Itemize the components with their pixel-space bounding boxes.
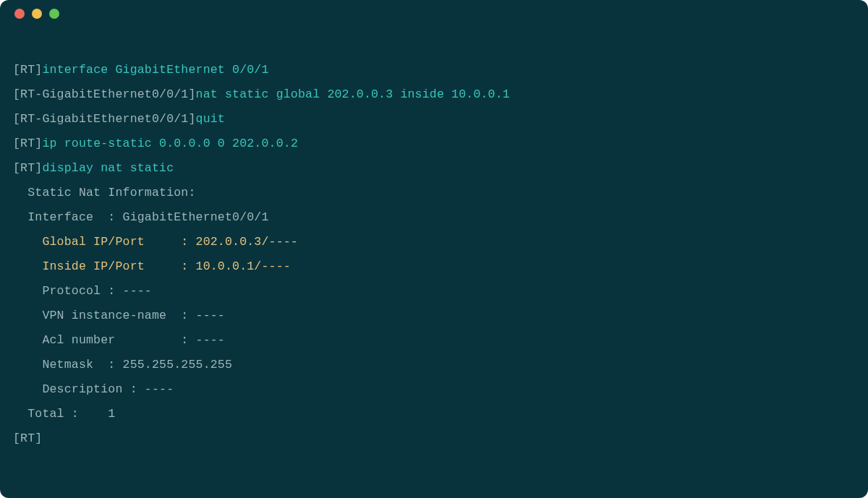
terminal-line: Global IP/Port : 202.0.0.3/---- — [13, 230, 855, 254]
terminal-line: Netmask : 255.255.255.255 — [13, 353, 855, 377]
terminal-line: Static Nat Information: — [13, 181, 855, 205]
terminal-line: Inside IP/Port : 10.0.0.1/---- — [13, 254, 855, 279]
terminal-line: Total : 1 — [13, 402, 855, 426]
output-text: Description : ---- — [13, 382, 174, 396]
highlighted-output: Inside IP/Port : 10.0.0.1/---- — [13, 259, 291, 273]
minimize-icon[interactable] — [32, 9, 42, 19]
prompt: [RT] — [13, 63, 42, 77]
terminal-window: [RT]interface GigabitEthernet 0/0/1[RT-G… — [0, 0, 868, 498]
terminal-line: Protocol : ---- — [13, 279, 855, 304]
output-text: Total : 1 — [13, 407, 115, 421]
terminal-line: [RT] — [13, 426, 855, 451]
terminal-line: [RT-GigabitEthernet0/0/1]nat static glob… — [13, 82, 855, 107]
prompt: [RT] — [13, 432, 42, 445]
command-text: interface GigabitEthernet 0/0/1 — [42, 63, 268, 77]
terminal-line: Description : ---- — [13, 377, 855, 402]
output-text: Netmask : 255.255.255.255 — [13, 358, 239, 372]
highlighted-output: Global IP/Port : 202.0.0.3/---- — [13, 235, 305, 249]
prompt: [RT] — [13, 137, 42, 150]
output-text: VPN instance-name : ---- — [13, 309, 430, 322]
command-text: ip route-static 0.0.0.0 0 202.0.0.2 — [42, 137, 298, 150]
output-text: Interface : GigabitEthernet0/0/1 — [13, 210, 269, 224]
terminal-line: [RT]display nat static — [13, 156, 855, 181]
window-titlebar — [0, 0, 868, 27]
command-text: display nat static — [42, 161, 174, 175]
terminal-line: [RT-GigabitEthernet0/0/1]quit — [13, 107, 855, 132]
command-text: nat static global 202.0.0.3 inside 10.0.… — [196, 87, 510, 101]
terminal-line: [RT]ip route-static 0.0.0.0 0 202.0.0.2 — [13, 132, 855, 156]
prompt: [RT-GigabitEthernet0/0/1] — [13, 112, 196, 126]
terminal-line: [RT]interface GigabitEthernet 0/0/1 — [13, 58, 855, 82]
prompt: [RT] — [13, 161, 42, 175]
output-text: Protocol : ---- — [13, 284, 159, 298]
output-text: Acl number : ---- — [13, 333, 225, 347]
terminal-line: VPN instance-name : ---- — [13, 304, 855, 328]
zoom-icon[interactable] — [49, 9, 59, 19]
terminal-line: Acl number : ---- — [13, 328, 855, 353]
terminal-output[interactable]: [RT]interface GigabitEthernet 0/0/1[RT-G… — [0, 27, 868, 458]
command-text: quit — [196, 112, 225, 126]
terminal-line: Interface : GigabitEthernet0/0/1 — [13, 205, 855, 230]
close-icon[interactable] — [14, 9, 25, 19]
prompt: [RT-GigabitEthernet0/0/1] — [13, 87, 196, 101]
output-text: Static Nat Information: — [13, 186, 196, 199]
